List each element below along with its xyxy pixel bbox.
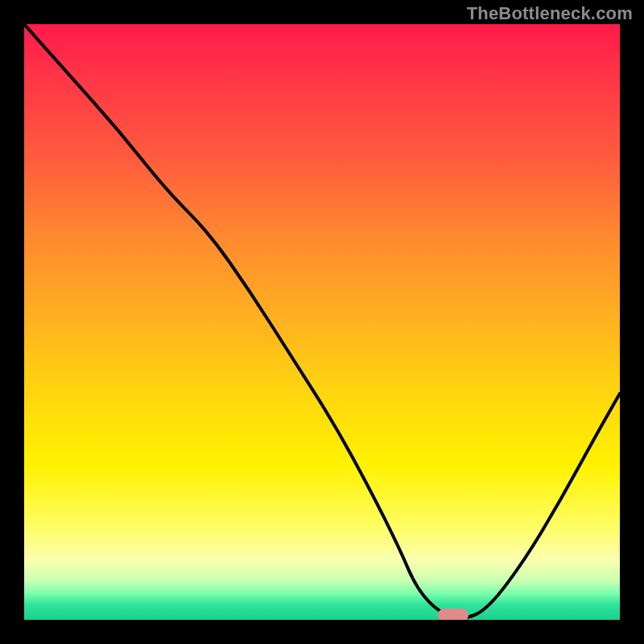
- chart-frame: TheBottleneck.com: [0, 0, 644, 644]
- bottleneck-curve: [24, 24, 620, 618]
- curve-svg: [24, 24, 620, 620]
- watermark-text: TheBottleneck.com: [467, 3, 633, 24]
- optimal-marker: [438, 609, 469, 620]
- plot-area: [24, 24, 620, 620]
